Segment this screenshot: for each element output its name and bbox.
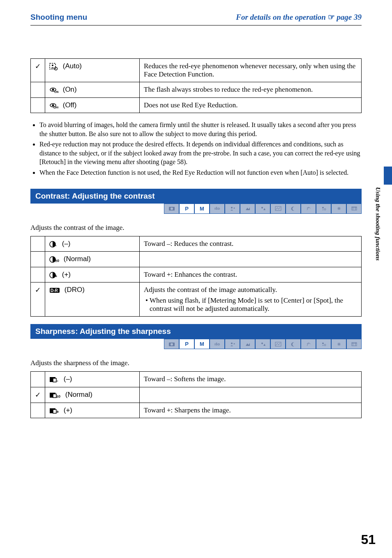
mode-strip: P M ıŝo: [30, 204, 362, 214]
option-name-cell: D-R (DRO): [45, 282, 140, 317]
mode-snow-icon: [316, 204, 331, 214]
svg-point-12: [233, 208, 235, 209]
svg-text:ON: ON: [54, 90, 58, 93]
side-section-label: Using the shooting functions: [374, 187, 381, 261]
mode-snow-icon: [316, 339, 331, 349]
mode-iso-icon: ıŝo: [210, 339, 225, 349]
svg-text:±0: ±0: [56, 394, 60, 398]
page-number: 51: [361, 532, 376, 547]
svg-text:-: -: [55, 243, 57, 248]
mode-auto-icon: [164, 204, 179, 214]
table-row: ✓ (Auto) Reduces the red-eye phenomenon …: [31, 59, 362, 82]
svg-rect-56: [53, 410, 56, 413]
svg-point-1: [52, 65, 53, 66]
dro-icon: D-R: [49, 286, 60, 294]
svg-text:D-R: D-R: [51, 288, 58, 293]
table-row: + (+) Toward +: Sharpens the image.: [31, 403, 362, 418]
option-desc-cell: Reduces the red-eye phenomenon whenever …: [140, 59, 362, 82]
check-cell: ✓: [31, 59, 45, 82]
svg-rect-50: [53, 378, 56, 382]
mode-night-icon: [286, 339, 301, 349]
table-row: ±0 (Normal): [31, 252, 362, 267]
svg-point-2: [55, 67, 58, 70]
mode-scene2-icon: [240, 339, 255, 349]
option-name-cell: - (–): [45, 236, 140, 252]
mode-landscape-icon: [270, 339, 286, 349]
svg-point-10: [171, 208, 173, 210]
mode-strip: P M ıŝo: [30, 339, 362, 349]
svg-point-13: [261, 207, 263, 208]
contrast-normal-icon: ±0: [49, 255, 59, 264]
mode-scene2-icon: [240, 204, 255, 214]
svg-point-4: [52, 89, 54, 91]
svg-point-16: [324, 208, 326, 210]
mode-p-icon: P: [179, 204, 194, 214]
option-desc-cell: Toward –: Softens the image.: [140, 372, 362, 387]
table-row: ON (On) The flash always strobes to redu…: [31, 82, 362, 98]
pointer-icon: ☞: [328, 12, 335, 22]
check-cell: [31, 82, 45, 98]
mode-p-icon: P: [179, 339, 194, 349]
mode-movie-icon: [346, 339, 362, 349]
sharp-minus-icon: -: [49, 375, 59, 384]
mode-scene3-icon: [255, 204, 270, 214]
list-item: When the Face Detection function is not …: [39, 168, 362, 177]
table-row: ✓ ±0 (Normal): [31, 387, 362, 403]
contrast-minus-icon: -: [49, 240, 58, 248]
option-name-cell: + (+): [45, 403, 140, 418]
list-item: Red-eye reduction may not produce the de…: [39, 140, 362, 167]
table-row: + (+) Toward +: Enhances the contrast.: [31, 267, 362, 282]
eye-on-icon: ON: [49, 86, 58, 94]
option-name-cell: (Auto): [45, 59, 140, 82]
option-desc-cell: [140, 252, 362, 267]
svg-text:+: +: [55, 273, 57, 278]
mode-fireworks-icon: [331, 339, 346, 349]
contrast-options-table: - (–) Toward –: Reduces the contrast. ±0…: [30, 236, 362, 317]
sharpness-heading: Sharpness: Adjusting the sharpness: [30, 324, 362, 339]
option-desc-cell: Toward –: Reduces the contrast.: [140, 236, 362, 252]
table-row: - (–) Toward –: Softens the image.: [31, 372, 362, 387]
option-desc-cell: Does not use Red Eye Reduction.: [140, 97, 362, 113]
contrast-intro: Adjusts the contrast of the image.: [30, 224, 362, 232]
option-desc-cell: The flash always strobes to reduce the r…: [140, 82, 362, 98]
option-name-cell: - (–): [45, 372, 140, 387]
side-tab: [384, 167, 392, 294]
svg-point-37: [261, 343, 263, 344]
option-desc-cell: Toward +: Sharpens the image.: [140, 403, 362, 418]
check-cell: ✓: [31, 282, 45, 317]
mode-movie-icon: [346, 204, 362, 214]
table-row: - (–) Toward –: Reduces the contrast.: [31, 236, 362, 252]
check-cell: [31, 236, 45, 252]
svg-point-39: [322, 343, 324, 344]
svg-text:+: +: [56, 409, 59, 414]
mode-fireworks-icon: [331, 204, 346, 214]
mode-landscape-icon: [270, 204, 286, 214]
mode-m-icon: M: [194, 339, 210, 349]
eye-off-icon: OFF: [49, 101, 58, 109]
header-rule: [30, 25, 362, 25]
contrast-heading: Contrast: Adjusting the contrast: [30, 189, 362, 204]
sharpness-intro: Adjusts the sharpness of the image.: [30, 359, 362, 367]
sharp-plus-icon: +: [49, 406, 59, 414]
mode-auto-icon: [164, 339, 179, 349]
svg-point-35: [231, 343, 233, 344]
mode-m-icon: M: [194, 204, 210, 214]
header-right: For details on the operation ☞ page 39: [236, 12, 362, 22]
svg-text:OFF: OFF: [53, 106, 58, 109]
check-cell: [31, 97, 45, 113]
check-cell: [31, 252, 45, 267]
redeye-notes: To avoid blurring of images, hold the ca…: [30, 120, 362, 177]
contrast-plus-icon: +: [49, 271, 58, 279]
svg-rect-21: [352, 207, 357, 210]
option-desc-cell: Toward +: Enhances the contrast.: [140, 267, 362, 282]
option-name-cell: ±0 (Normal): [45, 252, 140, 267]
mode-beach-icon: [301, 339, 316, 349]
redeye-options-table: ✓ (Auto) Reduces the red-eye phenomenon …: [30, 58, 362, 113]
page-header: Shooting menu For details on the operati…: [30, 12, 362, 22]
face-auto-icon: [49, 63, 58, 71]
mode-scene1-icon: [225, 204, 240, 214]
svg-point-40: [324, 344, 326, 346]
mode-night-icon: [286, 204, 301, 214]
option-name-cell: ±0 (Normal): [45, 387, 140, 403]
option-desc-cell: [140, 387, 362, 403]
